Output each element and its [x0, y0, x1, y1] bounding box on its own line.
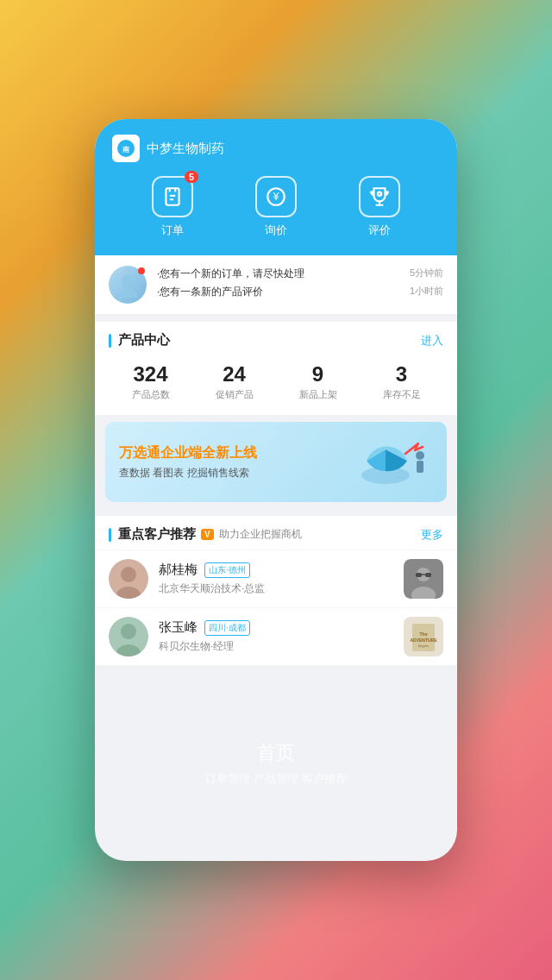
notif-messages: ·您有一个新的订单，请尽快处理 5分钟前 ·您有一条新的产品评价 1小时前 — [157, 267, 443, 303]
customer-region-1: 四川·成都 — [204, 620, 250, 636]
notif-time-1: 1小时前 — [410, 285, 443, 299]
customers-bar — [109, 528, 111, 542]
svg-point-18 — [121, 567, 136, 582]
clipboard-icon: 5 — [152, 176, 193, 217]
notif-avatar — [109, 266, 147, 304]
notif-text-0: ·您有一个新的订单，请尽快处理 — [157, 267, 304, 281]
v-badge: V — [201, 529, 214, 540]
nav-label-orders: 订单 — [161, 223, 184, 238]
stat-new-number: 9 — [312, 362, 323, 386]
svg-rect-24 — [425, 573, 431, 577]
promo-banner[interactable]: 万选通企业端全新上线 查数据 看图表 挖掘销售线索 — [105, 422, 447, 502]
notif-time-0: 5分钟前 — [410, 267, 443, 281]
bottom-subtitle: 订单管理 产品管理 客户推荐 — [205, 771, 346, 787]
nav-item-inquiry[interactable]: ¥ 询价 — [255, 176, 297, 238]
product-center-link[interactable]: 进入 — [421, 333, 443, 349]
nav-label-review: 评价 — [368, 223, 391, 238]
bottom-title: 首页 — [257, 740, 295, 766]
product-center-header: 产品中心 进入 — [95, 322, 457, 355]
customers-title: 重点客户推荐 — [118, 526, 196, 543]
header: 南 中梦生物制药 5 订单 — [95, 119, 457, 255]
customer-region-0: 山东·德州 — [204, 562, 250, 578]
stat-promo-label: 促销产品 — [216, 388, 254, 401]
svg-text:begins: begins — [418, 644, 429, 648]
stat-promo-number: 24 — [223, 362, 246, 386]
company-name: 中梦生物制药 — [147, 141, 224, 157]
svg-point-13 — [118, 289, 137, 298]
nav-label-inquiry: 询价 — [265, 223, 287, 238]
product-center-title: 产品中心 — [109, 332, 170, 349]
section-bar — [109, 334, 111, 348]
customer-row-1[interactable]: 张玉峰 四川·成都 科贝尔生物·经理 The ADVENTURE begins — [95, 607, 457, 665]
banner-subtitle: 查数据 看图表 挖掘销售线索 — [119, 466, 355, 481]
banner-image — [355, 434, 433, 490]
stat-new: 9 新品上架 — [299, 362, 337, 401]
customer-name-1: 张玉峰 — [159, 619, 198, 636]
customers-title-group: 重点客户推荐 V 助力企业把握商机 — [109, 526, 302, 543]
yen-circle-icon: ¥ — [255, 176, 297, 217]
svg-point-11 — [378, 192, 381, 196]
customer-desc-0: 北京华天顺治技术·总监 — [159, 581, 404, 596]
customer-avatar-0 — [109, 559, 148, 599]
svg-point-27 — [121, 624, 136, 639]
notif-msg-0: ·您有一个新的订单，请尽快处理 5分钟前 — [157, 267, 443, 281]
orders-badge: 5 — [185, 171, 198, 183]
customer-side-img-0 — [404, 559, 443, 599]
customer-avatar-1 — [109, 617, 148, 656]
nav-item-review[interactable]: 评价 — [359, 176, 400, 238]
stat-promo: 24 促销产品 — [216, 362, 254, 401]
banner-title: 万选通企业端全新上线 — [119, 444, 355, 462]
company-row: 南 中梦生物制药 — [112, 135, 440, 162]
svg-text:¥: ¥ — [273, 191, 279, 203]
bottom-area: 首页 订单管理 产品管理 客户推荐 — [95, 665, 457, 861]
svg-point-15 — [416, 451, 424, 460]
svg-point-12 — [122, 275, 134, 287]
app-logo: 南 — [112, 135, 140, 162]
nav-icons: 5 订单 ¥ — [112, 176, 440, 255]
notification-area: ·您有一个新的订单，请尽快处理 5分钟前 ·您有一条新的产品评价 1小时前 — [95, 255, 457, 315]
stat-total-label: 产品总数 — [132, 388, 170, 401]
customer-info-1: 张玉峰 四川·成都 科贝尔生物·经理 — [159, 619, 404, 654]
trophy-icon — [359, 176, 400, 217]
customer-info-0: 郝桂梅 山东·德州 北京华天顺治技术·总监 — [159, 562, 404, 596]
svg-text:ADVENTURE: ADVENTURE — [410, 638, 437, 643]
stat-low-number: 3 — [396, 362, 407, 386]
customer-name-0: 郝桂梅 — [159, 562, 198, 578]
nav-item-orders[interactable]: 5 订单 — [152, 176, 193, 238]
stat-low-label: 库存不足 — [383, 388, 421, 401]
product-center-section: 产品中心 进入 324 产品总数 24 促销产品 9 新品上架 3 库存不足 — [95, 322, 457, 415]
customers-section: 重点客户推荐 V 助力企业把握商机 更多 郝桂梅 山东·德州 北京华天顺治 — [95, 516, 457, 665]
svg-text:南: 南 — [122, 146, 129, 154]
stat-low: 3 库存不足 — [383, 362, 421, 401]
stats-row: 324 产品总数 24 促销产品 9 新品上架 3 库存不足 — [95, 355, 457, 415]
customer-row-0[interactable]: 郝桂梅 山东·德州 北京华天顺治技术·总监 — [95, 550, 457, 607]
stat-total: 324 产品总数 — [132, 362, 170, 401]
customer-name-row-1: 张玉峰 四川·成都 — [159, 619, 404, 636]
customer-side-img-1: The ADVENTURE begins — [404, 617, 443, 656]
banner-text: 万选通企业端全新上线 查数据 看图表 挖掘销售线索 — [119, 444, 355, 481]
svg-rect-16 — [417, 461, 423, 473]
stat-total-number: 324 — [133, 362, 167, 386]
phone-frame: 南 中梦生物制药 5 订单 — [95, 119, 457, 861]
customers-header: 重点客户推荐 V 助力企业把握商机 更多 — [95, 516, 457, 550]
notif-dot — [138, 267, 145, 274]
stat-new-label: 新品上架 — [299, 388, 337, 401]
svg-text:The: The — [420, 631, 428, 637]
customer-name-row-0: 郝桂梅 山东·德州 — [159, 562, 404, 578]
customer-desc-1: 科贝尔生物·经理 — [159, 639, 404, 654]
svg-rect-23 — [416, 573, 422, 577]
notif-text-1: ·您有一条新的产品评价 — [157, 285, 263, 299]
customers-more-link[interactable]: 更多 — [421, 527, 443, 543]
customers-sub: 助力企业把握商机 — [219, 527, 302, 542]
notif-msg-1: ·您有一条新的产品评价 1小时前 — [157, 285, 443, 299]
